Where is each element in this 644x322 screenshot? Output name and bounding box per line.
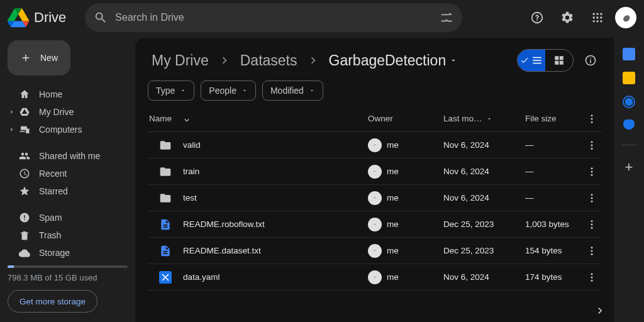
svg-point-18 (591, 194, 593, 196)
search-bar[interactable] (85, 3, 462, 32)
folder-icon (159, 139, 172, 152)
storage-bar (8, 265, 128, 268)
file-row[interactable]: data.yaml~meNov 6, 2024174 bytes (148, 264, 601, 291)
file-list: valid~meNov 6, 2024—train~meNov 6, 2024—… (148, 132, 601, 291)
row-more-button[interactable] (586, 219, 597, 230)
row-more-button[interactable] (586, 192, 597, 204)
nav-star[interactable]: Starred (8, 182, 128, 200)
nav-clock[interactable]: Recent (8, 165, 128, 182)
modified-date: Dec 25, 2023 (443, 246, 525, 255)
row-more-button[interactable] (586, 140, 597, 151)
side-panel-toggle[interactable] (594, 304, 606, 317)
rail-separator (621, 145, 636, 145)
app-title: Drive (34, 9, 66, 26)
apps-button[interactable] (585, 5, 610, 30)
svg-point-17 (591, 174, 593, 175)
svg-point-21 (591, 220, 593, 222)
svg-point-10 (591, 118, 593, 119)
nav-cloud[interactable]: Storage (8, 244, 128, 262)
svg-point-1 (596, 13, 598, 15)
nav-spam[interactable]: Spam (8, 209, 128, 226)
new-button[interactable]: New (8, 40, 70, 75)
svg-point-2 (600, 13, 602, 15)
file-size: — (525, 140, 582, 150)
row-more-button[interactable] (586, 272, 597, 283)
file-row[interactable]: train~meNov 6, 2024— (148, 158, 601, 185)
drive-logo[interactable]: Drive (8, 7, 79, 28)
modified-date: Nov 6, 2024 (443, 140, 525, 150)
row-more-button[interactable] (586, 166, 597, 177)
cloud-icon (19, 247, 30, 258)
account-avatar[interactable]: ⬤ (615, 7, 636, 28)
svg-point-12 (591, 141, 593, 143)
nav-people[interactable]: Shared with me (8, 147, 128, 165)
file-row[interactable]: README.dataset.txt~meDec 25, 2023154 byt… (148, 238, 601, 264)
file-row[interactable]: test~meNov 6, 2024— (148, 185, 601, 211)
file-row[interactable]: README.roboflow.txt~meDec 25, 20231,003 … (148, 211, 601, 238)
file-name: README.roboflow.txt (183, 219, 265, 229)
breadcrumb-current[interactable]: GarbageDetection (325, 50, 462, 72)
calendar-addon[interactable] (623, 48, 635, 60)
col-owner-header[interactable]: Owner (368, 114, 443, 123)
arrow-down-icon (182, 114, 192, 124)
tasks-addon[interactable] (623, 96, 635, 108)
col-modified-header[interactable]: Last mo… (443, 114, 525, 123)
keep-addon[interactable] (623, 72, 635, 84)
row-more-button[interactable] (586, 245, 597, 257)
side-panel: + (614, 35, 644, 322)
file-size: — (525, 193, 582, 203)
owner-label: me (387, 246, 399, 255)
nav-drive[interactable]: My Drive (8, 103, 128, 121)
more-vert-icon (586, 272, 597, 283)
file-size: 174 bytes (525, 272, 582, 282)
breadcrumb-root[interactable]: My Drive (148, 50, 213, 72)
get-storage-button[interactable]: Get more storage (8, 290, 97, 313)
filter-type[interactable]: Type (148, 80, 194, 101)
grid-view-button[interactable] (545, 50, 573, 71)
modified-date: Nov 6, 2024 (443, 193, 525, 203)
nav-devices[interactable]: Computers (8, 121, 128, 138)
more-vert-icon (586, 219, 597, 230)
more-vert-icon (586, 140, 597, 151)
header-more-button[interactable] (586, 113, 597, 125)
svg-point-7 (596, 20, 598, 22)
svg-point-11 (591, 121, 593, 123)
svg-point-15 (591, 167, 593, 169)
info-button[interactable] (580, 50, 601, 71)
svg-point-20 (591, 200, 593, 202)
file-row[interactable]: valid~meNov 6, 2024— (148, 132, 601, 158)
nav-home[interactable]: Home (8, 86, 128, 103)
svg-point-4 (596, 16, 598, 18)
get-addons-button[interactable]: + (625, 159, 633, 175)
owner-avatar: ~ (368, 191, 382, 205)
nav-list: HomeMy DriveComputersShared with meRecen… (8, 86, 128, 262)
more-vert-icon (586, 192, 597, 204)
filter-people[interactable]: People (201, 80, 256, 101)
svg-point-14 (591, 147, 593, 149)
breadcrumb-bar: My Drive Datasets GarbageDetection (148, 49, 601, 72)
col-name-header[interactable]: Name (148, 114, 368, 124)
breadcrumb-parent[interactable]: Datasets (236, 50, 301, 72)
nav-label: Starred (39, 186, 68, 196)
search-options-icon[interactable] (440, 11, 453, 25)
nav-label: Trash (39, 230, 61, 240)
owner-avatar: ~ (368, 218, 382, 231)
modified-date: Dec 25, 2023 (443, 219, 525, 229)
info-icon (584, 54, 597, 67)
nav-trash[interactable]: Trash (8, 226, 128, 244)
expand-icon (9, 126, 15, 133)
caret-down-icon (180, 87, 186, 94)
search-input[interactable] (115, 12, 432, 23)
contacts-addon[interactable] (623, 119, 635, 131)
nav-label: My Drive (39, 107, 74, 117)
settings-button[interactable] (555, 5, 580, 30)
svg-point-30 (591, 279, 593, 281)
file-size: 154 bytes (525, 246, 582, 255)
list-view-button[interactable] (518, 50, 545, 71)
filter-modified[interactable]: Modified (262, 80, 323, 101)
clock-icon (19, 168, 30, 179)
owner-avatar: ~ (368, 138, 382, 152)
owner-label: me (387, 272, 399, 282)
col-size-header[interactable]: File size (525, 114, 582, 123)
help-button[interactable] (525, 5, 550, 30)
